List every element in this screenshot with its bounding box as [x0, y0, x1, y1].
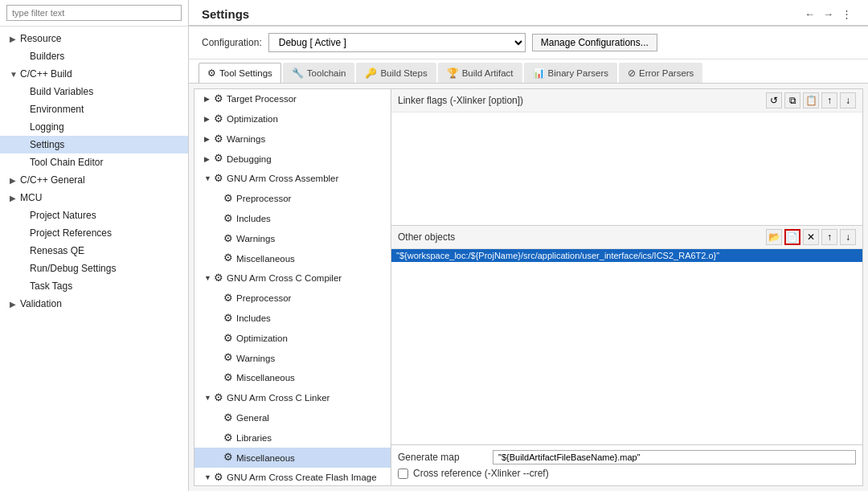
- tree-item-compiler-includes[interactable]: ⚙Includes: [194, 309, 391, 329]
- tab-tool-settings[interactable]: ⚙Tool Settings: [199, 63, 281, 83]
- sidebar-item-cpp-build[interactable]: ▼C/C++ Build: [0, 65, 188, 83]
- linker-flags-refresh-btn[interactable]: ↺: [766, 92, 782, 108]
- config-select[interactable]: Debug [ Active ]: [268, 33, 526, 52]
- tree-item-icon-compiler-includes: ⚙: [223, 310, 233, 327]
- linker-flags-down-btn[interactable]: ↓: [840, 92, 856, 108]
- tree-item-compiler-miscellaneous[interactable]: ⚙Miscellaneous: [194, 368, 391, 388]
- nav-back-button[interactable]: ←: [801, 6, 818, 22]
- tree-item-gnu-arm-cross-c-linker[interactable]: ▼⚙GNU Arm Cross C Linker: [194, 388, 391, 408]
- generate-map-input[interactable]: [493, 450, 856, 464]
- tree-item-label-compiler-warnings: Warnings: [236, 351, 275, 366]
- tree-item-compiler-optimization[interactable]: ⚙Optimization: [194, 329, 391, 349]
- tab-build-artifact[interactable]: 🏆Build Artifact: [438, 63, 522, 83]
- tree-item-assembler-includes[interactable]: ⚙Includes: [194, 209, 391, 229]
- tab-error-parsers[interactable]: ⊘Error Parsers: [619, 63, 702, 83]
- nav-fwd-button[interactable]: →: [820, 6, 837, 22]
- tree-item-debugging[interactable]: ▶⚙Debugging: [194, 149, 391, 169]
- generate-map-row: Generate map: [398, 450, 856, 464]
- other-objects-down-btn[interactable]: ↓: [840, 229, 856, 245]
- sidebar-item-cpp-general[interactable]: ▶C/C++ General: [0, 171, 188, 189]
- tree-item-linker-libraries[interactable]: ⚙Libraries: [194, 428, 391, 448]
- linker-flags-title: Linker flags (-Xlinker [option]): [398, 95, 523, 106]
- tree-item-assembler-miscellaneous[interactable]: ⚙Miscellaneous: [194, 248, 391, 268]
- tree-item-optimization[interactable]: ▶⚙Optimization: [194, 109, 391, 129]
- tree-item-warnings[interactable]: ▶⚙Warnings: [194, 129, 391, 149]
- nav-menu-button[interactable]: ⋮: [838, 6, 855, 22]
- other-obj-item-obj1[interactable]: "${workspace_loc:/${ProjName}/src/applic…: [391, 249, 862, 262]
- tree-item-gnu-arm-cross-c-compiler[interactable]: ▼⚙GNU Arm Cross C Compiler: [194, 268, 391, 288]
- tree-item-gnu-arm-cross-assembler[interactable]: ▼⚙GNU Arm Cross Assembler: [194, 169, 391, 189]
- expand-arrow-gnu-arm-cross-c-compiler: ▼: [204, 272, 212, 284]
- tab-icon-build-steps: 🔑: [365, 68, 377, 79]
- expand-arrow-debugging: ▶: [204, 153, 212, 165]
- tab-toolchain[interactable]: 🔧Toolchain: [283, 63, 355, 83]
- tree-item-label-debugging: Debugging: [227, 152, 272, 166]
- bottom-section: Generate map Cross reference (-Xlinker -…: [391, 444, 862, 485]
- config-label: Configuration:: [202, 37, 262, 48]
- tree-item-label-gnu-arm-cross-c-linker: GNU Arm Cross C Linker: [227, 391, 330, 405]
- sidebar-item-build-variables[interactable]: Build Variables: [0, 83, 188, 100]
- tree-item-linker-miscellaneous[interactable]: ⚙Miscellaneous: [194, 448, 391, 468]
- sidebar-item-project-references[interactable]: Project References: [0, 224, 188, 242]
- tree-item-linker-general[interactable]: ⚙General: [194, 408, 391, 428]
- tree-item-assembler-warnings[interactable]: ⚙Warnings: [194, 229, 391, 249]
- sidebar-item-mcu[interactable]: ▶MCU: [0, 189, 188, 207]
- cross-reference-row: Cross reference (-Xlinker --cref): [398, 468, 856, 479]
- tab-label-tool-settings: Tool Settings: [219, 68, 272, 78]
- other-objects-list: "${workspace_loc:/${ProjName}/src/applic…: [391, 249, 862, 444]
- tree-item-icon-gnu-arm-cross-c-compiler: ⚙: [214, 270, 223, 287]
- linker-flags-up-btn[interactable]: ↑: [821, 92, 837, 108]
- sidebar-item-label-toolchain-editor: Tool Chain Editor: [30, 155, 103, 170]
- tree-item-icon-assembler-includes: ⚙: [223, 211, 233, 227]
- tree-item-label-linker-libraries: Libraries: [236, 431, 272, 445]
- tab-icon-build-artifact: 🏆: [447, 68, 459, 79]
- sidebar-item-task-tags[interactable]: Task Tags: [0, 277, 188, 295]
- sidebar-item-run-debug-settings[interactable]: Run/Debug Settings: [0, 260, 188, 277]
- sidebar-item-project-natures[interactable]: Project Natures: [0, 207, 188, 224]
- expand-arrow-gnu-arm-cross-assembler: ▼: [204, 173, 212, 184]
- tab-build-steps[interactable]: 🔑Build Steps: [356, 63, 436, 83]
- tab-label-build-artifact: Build Artifact: [462, 68, 514, 78]
- other-objects-open-btn[interactable]: 📂: [766, 229, 782, 245]
- tree-item-icon-linker-libraries: ⚙: [223, 430, 233, 447]
- tree-item-icon-target-processor: ⚙: [214, 91, 223, 108]
- other-objects-header: Other objects 📂 📄 ✕ ↑ ↓: [391, 226, 862, 249]
- tree-item-label-gnu-arm-cross-c-compiler: GNU Arm Cross C Compiler: [227, 271, 342, 285]
- sidebar-item-renesas-qe[interactable]: Renesas QE: [0, 242, 188, 260]
- tab-icon-binary-parsers: 📊: [533, 68, 545, 79]
- sidebar-item-validation[interactable]: ▶Validation: [0, 295, 188, 313]
- other-objects-up-btn[interactable]: ↑: [821, 229, 837, 245]
- sidebar-item-logging[interactable]: Logging: [0, 118, 188, 136]
- right-panel: Linker flags (-Xlinker [option]) ↺ ⧉ 📋 ↑…: [391, 89, 862, 485]
- sidebar: ▶ResourceBuilders▼C/C++ BuildBuild Varia…: [0, 0, 189, 491]
- manage-configurations-button[interactable]: Manage Configurations...: [532, 34, 657, 51]
- expand-arrow-gnu-arm-cross-c-linker: ▼: [204, 392, 212, 403]
- other-objects-delete-btn[interactable]: ✕: [803, 229, 819, 245]
- sidebar-item-toolchain-editor[interactable]: Tool Chain Editor: [0, 153, 188, 171]
- sidebar-item-builders[interactable]: Builders: [0, 47, 188, 65]
- filter-input[interactable]: [6, 5, 182, 21]
- linker-flags-actions: ↺ ⧉ 📋 ↑ ↓: [766, 92, 856, 108]
- tree-item-compiler-warnings[interactable]: ⚙Warnings: [194, 348, 391, 368]
- sidebar-item-label-environment: Environment: [30, 102, 84, 117]
- cross-reference-checkbox[interactable]: [398, 468, 408, 479]
- sidebar-item-label-project-natures: Project Natures: [30, 208, 96, 223]
- other-objects-add-btn[interactable]: 📄: [784, 229, 800, 245]
- generate-map-label: Generate map: [398, 452, 486, 463]
- sidebar-item-settings[interactable]: Settings: [0, 136, 188, 153]
- sidebar-item-label-cpp-general: C/C++ General: [20, 173, 85, 187]
- tree-item-gnu-arm-cross-create-flash-image[interactable]: ▼⚙GNU Arm Cross Create Flash Image: [194, 468, 391, 485]
- linker-flags-copy-btn[interactable]: ⧉: [784, 92, 800, 108]
- tree-item-target-processor[interactable]: ▶⚙Target Processor: [194, 89, 391, 109]
- linker-flags-paste-btn[interactable]: 📋: [803, 92, 819, 108]
- tree-item-icon-gnu-arm-cross-c-linker: ⚙: [214, 390, 223, 407]
- tree-item-compiler-preprocessor[interactable]: ⚙Preprocessor: [194, 288, 391, 309]
- tree-item-label-gnu-arm-cross-create-flash-image: GNU Arm Cross Create Flash Image: [227, 470, 377, 485]
- sidebar-item-resource[interactable]: ▶Resource: [0, 30, 188, 47]
- tree-item-icon-compiler-optimization: ⚙: [223, 330, 233, 347]
- tab-binary-parsers[interactable]: 📊Binary Parsers: [524, 63, 617, 83]
- tree-item-assembler-preprocessor[interactable]: ⚙Preprocessor: [194, 189, 391, 209]
- sidebar-item-environment[interactable]: Environment: [0, 100, 188, 118]
- sidebar-item-label-resource: Resource: [20, 31, 61, 46]
- other-objects-section: Other objects 📂 📄 ✕ ↑ ↓ "${workspace_loc…: [391, 226, 862, 444]
